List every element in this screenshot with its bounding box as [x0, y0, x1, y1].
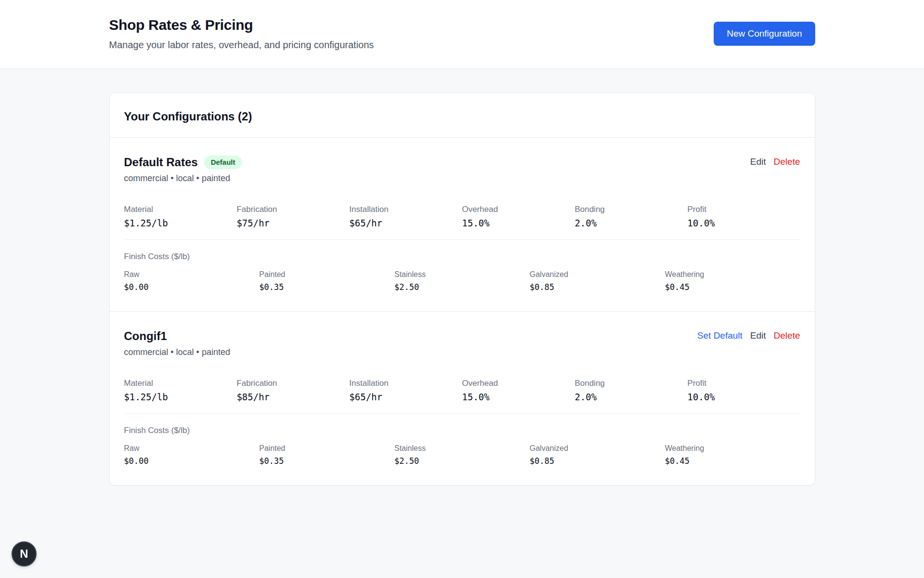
finish-stainless: Stainless $2.50 — [395, 270, 530, 293]
nextjs-dev-tools-button[interactable]: N — [12, 541, 37, 566]
new-configuration-button[interactable]: New Configuration — [714, 22, 815, 46]
page-subtitle: Manage your labor rates, overhead, and p… — [109, 39, 374, 51]
configurations-card-header: Your Configurations (2) — [110, 93, 815, 138]
config-name: Congif1 — [124, 329, 167, 343]
rate-material: Material $1.25/lb — [124, 205, 237, 229]
config-tags: commercial • local • painted — [124, 347, 800, 357]
delete-link[interactable]: Delete — [774, 330, 800, 341]
rate-profit: Profit 10.0% — [687, 205, 800, 229]
rate-profit: Profit 10.0% — [687, 379, 800, 403]
page-header-text: Shop Rates & Pricing Manage your labor r… — [109, 16, 374, 51]
set-default-link[interactable]: Set Default — [697, 330, 743, 341]
finish-costs-grid: Raw $0.00 Painted $0.35 Stainless $2.50 … — [124, 444, 800, 467]
edit-link[interactable]: Edit — [750, 157, 766, 167]
configurations-count-title: Your Configurations (2) — [124, 110, 800, 123]
rates-grid: Material $1.25/lb Fabrication $75/hr Ins… — [124, 205, 800, 229]
configurations-card: Your Configurations (2) Default Rates De… — [109, 92, 815, 486]
rate-overhead: Overhead 15.0% — [462, 379, 575, 403]
rate-fabrication: Fabrication $85/hr — [237, 379, 349, 403]
section-divider — [124, 239, 800, 240]
rate-installation: Installation $65/hr — [349, 205, 462, 229]
finish-weathering: Weathering $0.45 — [665, 444, 800, 467]
finish-raw: Raw $0.00 — [124, 444, 259, 467]
rate-bonding: Bonding 2.0% — [575, 379, 687, 403]
finish-costs-grid: Raw $0.00 Painted $0.35 Stainless $2.50 … — [124, 270, 800, 293]
config-tags: commercial • local • painted — [124, 173, 800, 184]
finish-galvanized: Galvanized $0.85 — [530, 444, 665, 467]
config-name: Default Rates — [124, 155, 198, 169]
finish-stainless: Stainless $2.50 — [395, 444, 530, 467]
default-badge: Default — [204, 156, 242, 169]
finish-raw: Raw $0.00 — [124, 270, 259, 293]
rates-grid: Material $1.25/lb Fabrication $85/hr Ins… — [124, 379, 800, 403]
finish-weathering: Weathering $0.45 — [665, 270, 800, 293]
rate-fabrication: Fabrication $75/hr — [237, 205, 349, 229]
rate-material: Material $1.25/lb — [124, 379, 237, 403]
finish-costs-title: Finish Costs ($/lb) — [124, 426, 800, 435]
rate-bonding: Bonding 2.0% — [575, 205, 687, 229]
finish-painted: Painted $0.35 — [259, 270, 395, 293]
page-header: Shop Rates & Pricing Manage your labor r… — [0, 0, 924, 69]
rate-installation: Installation $65/hr — [349, 379, 462, 403]
main-content: Your Configurations (2) Default Rates De… — [109, 92, 815, 486]
config-row-congif1: Congif1 Set Default Edit Delete commerci… — [110, 311, 815, 485]
finish-painted: Painted $0.35 — [259, 444, 395, 467]
config-row-default-rates: Default Rates Default Edit Delete commer… — [110, 138, 815, 311]
edit-link[interactable]: Edit — [750, 330, 766, 341]
finish-galvanized: Galvanized $0.85 — [530, 270, 665, 293]
finish-costs-title: Finish Costs ($/lb) — [124, 252, 800, 262]
section-divider — [124, 413, 800, 414]
page-title: Shop Rates & Pricing — [109, 16, 374, 34]
delete-link[interactable]: Delete — [774, 157, 800, 167]
rate-overhead: Overhead 15.0% — [462, 205, 575, 229]
